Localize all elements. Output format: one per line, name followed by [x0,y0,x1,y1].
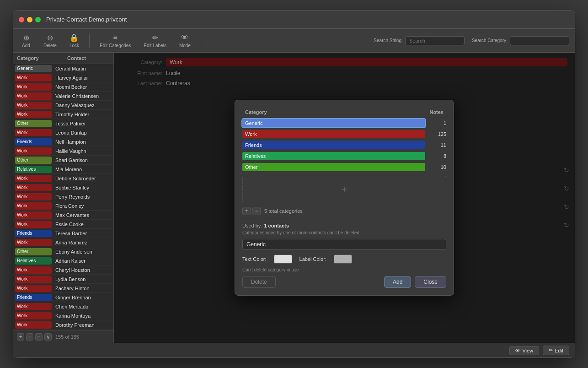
search-category-input[interactable] [510,36,569,45]
maximize-button[interactable] [35,17,41,22]
category-row-generic[interactable]: Generic 1 [242,118,446,128]
add-category-button[interactable]: + [242,207,251,215]
category-badge: Work [15,83,52,91]
lock-button[interactable]: 🔒 Lock [67,31,82,50]
list-item[interactable]: WorkTimothy Holder [13,110,113,119]
list-item[interactable]: FriendsTeresa Barber [13,229,113,238]
close-button[interactable] [19,17,24,22]
category-row-other[interactable]: Other 10 [242,162,446,172]
list-item[interactable]: WorkZachary Hinton [13,284,113,293]
contact-name: Lydia Benson [55,276,86,282]
list-item[interactable]: FriendsNell Hampton [13,137,113,146]
list-item[interactable]: OtherTessa Palmer [13,119,113,128]
text-color-swatch[interactable] [274,254,292,264]
edit-labels-button[interactable]: ✏ Edit Labels [141,31,169,50]
remove-contact-button[interactable]: − [26,333,33,341]
category-badge: Relatives [15,166,52,173]
separator-2 [201,34,201,48]
list-item[interactable]: WorkHarvey Aguilar [13,73,113,82]
list-item[interactable]: WorkFlora Conley [13,201,113,211]
list-item[interactable]: WorkMax Cervantes [13,211,113,220]
delete-button[interactable]: ⊖ Delete [41,31,59,50]
delete-button[interactable]: Delete [242,276,276,288]
category-badge: Work [15,111,52,118]
list-item[interactable]: WorkBobbie Stanley [13,183,113,192]
category-badge: Work [15,221,52,228]
list-item[interactable]: WorkCheri Mercado [13,302,113,311]
list-item[interactable]: WorkLydia Benson [13,275,113,284]
list-item[interactable]: GenericGerald Martin [13,64,113,73]
label-color-swatch[interactable] [334,254,352,264]
list-item[interactable]: WorkHallie Vaughn [13,146,113,156]
list-item[interactable]: FriendsGinger Brennan [13,293,113,302]
list-item[interactable]: WorkValerie Christensen [13,92,113,101]
remove-category-button[interactable]: − [252,207,261,215]
mode-icon: 👁 [180,33,189,42]
list-item[interactable]: OtherShari Garrison [13,156,113,165]
warning-text: Categories used by one or more contacts … [242,230,446,235]
mode-button[interactable]: 👁 Mode [176,31,193,50]
relatives-bar: Relatives [242,152,425,160]
category-badge: Work [15,175,52,182]
add-contact-button[interactable]: + [17,333,24,341]
category-badge: Friends [15,138,52,146]
contact-name: Cheri Mercado [55,304,88,309]
view-button[interactable]: 👁 View [509,346,539,355]
contact-name: Timothy Holder [55,112,89,117]
sort-button[interactable]: ∨ [44,333,52,341]
edit-button[interactable]: ✏ Edit [543,346,569,355]
list-item[interactable]: RelativesAdrian Kaiser [13,256,113,265]
list-item[interactable]: WorkPerry Reynolds [13,192,113,201]
category-row-work[interactable]: Work 125 [242,129,446,139]
sidebar: Category Contact GenericGerald MartinWor… [13,53,114,343]
list-item[interactable]: WorkDebbie Schroeder [13,174,113,183]
category-row-relatives[interactable]: Relatives 8 [242,151,446,161]
modal-button-row: Delete Add Close [242,276,446,288]
friends-bar: Friends [242,141,425,149]
color-row: Text Color: Label Color: [242,254,446,264]
category-badge: Other [15,248,52,255]
contact-count: 155 of 155 [55,334,79,340]
contact-name: Valerie Christensen [55,93,99,99]
list-item[interactable]: WorkDorothy Freeman [13,320,113,330]
filter-button[interactable]: ○ [35,333,43,341]
contact-name: Harvey Aguilar [55,75,88,81]
search-string-input[interactable] [405,36,465,45]
close-button[interactable]: Close [415,276,446,288]
contact-name: Debbie Schroeder [55,176,96,181]
list-item[interactable]: OtherEbony Andersen [13,247,113,256]
divider-1 [242,219,446,219]
generic-bar: Generic [242,119,425,127]
category-badge: Work [15,211,52,219]
list-item[interactable]: WorkKarina Montoya [13,311,113,320]
modal-notes-header: Notes [407,109,444,115]
category-badge: Other [15,157,52,164]
contact-name: Zachary Hinton [55,286,90,291]
friends-count: 11 [428,142,446,148]
list-item[interactable]: WorkAnna Ramirez [13,238,113,247]
contact-name: Dorothy Freeman [55,322,95,328]
list-item[interactable]: WorkCheryl Houston [13,265,113,275]
category-badge: Other [15,120,52,127]
modal-add-area[interactable]: + [242,176,446,203]
add-button[interactable]: ⊕ Add [19,31,33,50]
add-button[interactable]: Add [384,276,411,288]
category-badge: Work [15,312,52,319]
list-item[interactable]: WorkNoemi Becker [13,82,113,92]
edit-categories-button[interactable]: ≡ Edit Categories [97,31,134,50]
list-item[interactable]: WorkEssie Cooke [13,220,113,229]
minimize-button[interactable] [27,17,32,22]
list-item[interactable]: WorkDanny Velazquez [13,101,113,110]
delete-icon: ⊖ [45,33,54,42]
category-name-input[interactable] [242,239,446,250]
contact-name: Shari Garrison [55,157,88,163]
category-row-friends[interactable]: Friends 11 [242,140,446,150]
list-item[interactable]: WorkLeona Dunlap [13,128,113,137]
label-color-label: Label Color: [299,256,326,262]
used-by-row: Used by: 1 contacts [242,223,446,228]
category-badge: Work [15,147,52,155]
list-item[interactable]: RelativesMia Moreno [13,165,113,174]
category-badge: Relatives [15,257,52,265]
contact-name: Mia Moreno [55,167,82,172]
main-content: Category Contact GenericGerald MartinWor… [13,53,575,343]
